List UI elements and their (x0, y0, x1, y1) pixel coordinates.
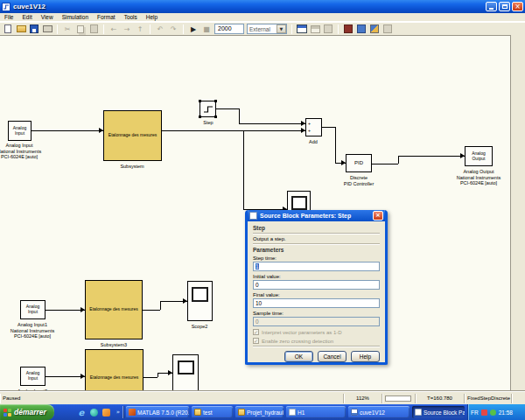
menu-file[interactable]: File (0, 14, 18, 20)
redo-button[interactable]: ↷ (168, 24, 178, 34)
wire[interactable] (372, 164, 398, 164)
final-value-input[interactable]: 10 (253, 298, 380, 308)
add-port-sign: + (308, 129, 311, 133)
block-scope3[interactable] (172, 354, 199, 392)
cancel-button[interactable]: Cancel (318, 351, 346, 362)
initial-value-input[interactable]: 0 (253, 280, 380, 290)
interpret-vector-checkbox-row[interactable]: ✓ Interpret vector parameters as 1-D (253, 329, 380, 335)
block-scope2[interactable] (187, 281, 213, 321)
sim-mode-value: External (248, 26, 276, 32)
menu-tools[interactable]: Tools (120, 14, 142, 20)
taskbar-button-matlab[interactable]: MATLAB 7.5.0 (R20... (126, 406, 189, 418)
cut-button[interactable]: ✂ (62, 24, 73, 34)
help-button[interactable]: Help (351, 351, 380, 362)
block-subsystem[interactable]: Etalonnage des mesures (103, 110, 162, 161)
taskbar-button-projet-hydraulique[interactable]: Projet_hydrauliqu... (235, 406, 284, 418)
build-button[interactable] (343, 24, 354, 34)
toggle-browser-button[interactable] (323, 24, 333, 34)
model-browser-button[interactable] (310, 24, 320, 34)
wire[interactable] (46, 310, 85, 311)
tray-app-icon[interactable] (481, 410, 487, 416)
start-button-label: démarrer (14, 408, 46, 416)
minimize-button[interactable] (486, 2, 497, 11)
step-time-input[interactable]: 1 (253, 262, 380, 271)
chevron-down-icon[interactable]: ▼ (276, 24, 286, 33)
selection-handle[interactable] (199, 100, 201, 102)
menu-help[interactable]: Help (142, 14, 162, 20)
stop-simulation-button[interactable]: ■ (201, 24, 212, 34)
menu-edit[interactable]: Edit (18, 14, 36, 20)
start-button[interactable]: démarrer (0, 404, 54, 420)
dialog-description: Output a step. (253, 236, 380, 242)
menu-simulation[interactable]: Simulation (58, 14, 93, 20)
dialog-close-button[interactable]: × (373, 211, 383, 220)
block-subsystem3[interactable]: Etalonnage des mesures (85, 280, 143, 340)
library-browser-button[interactable] (297, 24, 307, 34)
undo-button[interactable]: ↶ (155, 24, 165, 34)
chevron-icon[interactable]: » (114, 408, 122, 416)
debug-button[interactable] (382, 24, 393, 34)
menu-format[interactable]: Format (93, 14, 120, 20)
close-button[interactable]: × (512, 2, 523, 11)
zero-crossing-checkbox-row[interactable]: ✓ Enable zero crossing detection (253, 338, 380, 344)
block-analog-input1[interactable]: Analog Input (20, 300, 46, 319)
sample-time-input[interactable]: 0 (253, 317, 380, 326)
new-model-button[interactable] (3, 24, 13, 34)
taskbar-button-h1[interactable]: H1 (286, 406, 346, 418)
paste-button[interactable] (88, 24, 99, 34)
wire[interactable] (32, 130, 103, 131)
block-step[interactable] (200, 101, 216, 117)
wire[interactable] (216, 108, 239, 109)
wire[interactable] (46, 376, 85, 377)
taskbar-button-test[interactable]: test (192, 406, 233, 418)
internet-explorer-icon[interactable]: e (77, 408, 86, 416)
toolbar-separator (338, 24, 339, 34)
configuration-button[interactable] (369, 24, 380, 34)
block-analog-input2[interactable]: Analog Input (20, 367, 46, 386)
system-tray: FR 21:58 (467, 404, 525, 420)
update-diagram-button[interactable] (356, 24, 367, 34)
open-model-button[interactable] (16, 24, 26, 34)
wire[interactable] (160, 301, 161, 310)
forward-button[interactable]: → (122, 24, 132, 34)
wire[interactable] (143, 310, 160, 311)
status-zoom: 112% (343, 394, 382, 403)
sim-stop-time-input[interactable]: 2000 (214, 24, 244, 34)
language-indicator[interactable]: FR (471, 410, 479, 416)
selection-handle[interactable] (214, 100, 217, 102)
up-button[interactable]: ↑ (135, 24, 145, 34)
messenger-icon[interactable] (89, 408, 98, 416)
wire[interactable] (243, 130, 244, 209)
media-player-icon[interactable] (102, 408, 110, 416)
taskbar-button-cuve1v12[interactable]: cuve1V12 (348, 406, 410, 418)
taskbar-button-source-block-parameters[interactable]: Source Block Param... (412, 406, 465, 418)
ok-button[interactable]: OK (284, 351, 313, 362)
checkbox-checked-icon[interactable]: ✓ (253, 338, 259, 344)
selection-handle[interactable] (214, 116, 217, 118)
print-button[interactable] (42, 24, 52, 34)
block-add[interactable]: + + (305, 118, 322, 136)
dialog-section-step: Step (253, 225, 380, 231)
block-analog-input[interactable]: Analog Input (8, 121, 32, 141)
wire[interactable] (398, 156, 399, 164)
selection-handle[interactable] (199, 116, 201, 118)
save-button[interactable] (29, 24, 39, 34)
maximize-button[interactable] (499, 2, 510, 11)
block-pid[interactable]: PID (346, 154, 372, 172)
wire[interactable] (398, 156, 465, 157)
wire[interactable] (322, 127, 335, 128)
block-analog-output[interactable]: Analog Output (465, 146, 493, 166)
window-title: cuve1V12 (13, 3, 46, 10)
copy-button[interactable] (75, 24, 86, 34)
wire[interactable] (162, 130, 305, 131)
back-button[interactable]: ← (108, 24, 119, 34)
dialog-title-bar[interactable]: Source Block Parameters: Step × (248, 210, 385, 221)
menu-view[interactable]: View (37, 14, 58, 20)
scope-screen (178, 360, 194, 374)
wire[interactable] (144, 377, 158, 378)
checkbox-checked-icon[interactable]: ✓ (253, 329, 259, 335)
security-shield-icon[interactable] (490, 410, 496, 416)
sim-mode-select[interactable]: External ▼ (247, 24, 287, 34)
folder-icon (194, 409, 201, 416)
start-simulation-button[interactable]: ▶ (188, 24, 199, 34)
